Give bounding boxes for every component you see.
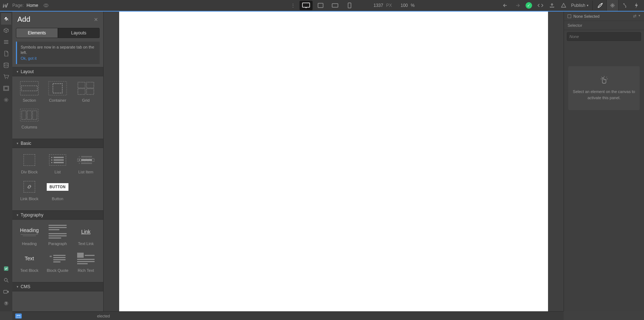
link-mock-text: Link [81, 229, 91, 235]
element-text-block[interactable]: Text Text Block [15, 251, 43, 278]
topbar-more-icon[interactable]: ⋮ [288, 3, 298, 8]
device-switcher: ⋮ [288, 1, 356, 10]
left-sidebar: ? [0, 12, 12, 311]
svg-rect-26 [22, 111, 26, 119]
undo-button[interactable] [500, 1, 511, 10]
canvas[interactable] [119, 12, 548, 311]
basic-grid: Div Block List List Item Link Block BUTT… [12, 148, 103, 210]
breadcrumb-body-tag[interactable] [15, 313, 22, 319]
element-grid[interactable]: Grid [72, 81, 100, 108]
svg-point-36 [79, 156, 80, 157]
element-heading[interactable]: Heading Heading [15, 224, 43, 251]
redo-button[interactable] [512, 1, 523, 10]
info-link[interactable]: Ok, got it [21, 56, 37, 60]
button-chip: BUTTON [47, 183, 68, 191]
element-label: Block Quote [47, 268, 68, 273]
svg-rect-17 [20, 81, 38, 95]
audit-icon[interactable] [558, 1, 569, 10]
eye-icon[interactable] [43, 4, 49, 7]
audit-check-icon[interactable] [1, 263, 11, 274]
element-label: Paragraph [48, 241, 67, 246]
pointer-icon [600, 76, 608, 85]
navigator-icon[interactable] [1, 36, 11, 48]
layout-grid: Section Container Grid Columns [12, 76, 103, 139]
webflow-logo-icon[interactable] [2, 2, 9, 9]
element-rich-text[interactable]: Rich Text [72, 251, 100, 278]
style-panel: None Selected ⇄ ▾ Selector None Select a… [564, 12, 644, 311]
caret-down-icon: ▾ [17, 213, 18, 217]
svg-point-39 [79, 160, 80, 161]
typography-grid: Heading Heading Paragraph Link Text Link… [12, 220, 103, 282]
tab-layouts[interactable]: Layouts [58, 28, 100, 38]
element-label: Button [52, 197, 63, 201]
element-link-block[interactable]: Link Block [15, 179, 43, 206]
svg-rect-14 [4, 290, 7, 293]
page-label: Page: [12, 3, 24, 8]
svg-rect-21 [78, 82, 85, 88]
brush-icon[interactable] [595, 1, 606, 10]
device-phone-button[interactable] [343, 1, 356, 10]
page-name[interactable]: Home [26, 3, 38, 8]
selector-header: Selector [564, 21, 644, 30]
settings-icon[interactable] [1, 94, 11, 106]
element-block-quote[interactable]: “ Block Quote [43, 251, 72, 278]
ecommerce-icon[interactable] [1, 71, 11, 83]
caret-down-icon: ▾ [17, 70, 18, 73]
svg-rect-33 [54, 159, 64, 161]
assets-icon[interactable] [1, 83, 11, 94]
section-header-cms[interactable]: ▾ CMS [12, 282, 103, 291]
help-icon[interactable]: ? [1, 298, 11, 309]
panel-tabs: Elements Layouts [12, 26, 103, 40]
publish-button[interactable]: Publish ▾ [570, 3, 590, 8]
element-label: Text Link [78, 241, 93, 246]
device-tablet-button[interactable] [314, 1, 327, 10]
close-panel-icon[interactable]: ✕ [94, 17, 98, 22]
topbar-right: ✓ Publish ▾ [500, 0, 644, 11]
bolt-icon[interactable] [631, 1, 642, 10]
section-header-basic[interactable]: ▾ Basic [12, 139, 103, 148]
none-selected-label: None Selected [573, 14, 599, 18]
code-icon[interactable] [535, 1, 546, 10]
section-header-layout[interactable]: ▾ Layout [12, 67, 103, 76]
status-check-icon[interactable]: ✓ [523, 1, 534, 10]
element-list[interactable]: List [43, 152, 72, 179]
pages-icon[interactable] [1, 48, 11, 59]
cms-icon[interactable] [1, 59, 11, 71]
video-icon[interactable] [1, 286, 11, 298]
element-div-block[interactable]: Div Block [15, 152, 43, 179]
element-label: Section [23, 98, 36, 102]
chevron-down-icon[interactable]: ▾ [639, 14, 640, 18]
device-phone-landscape-button[interactable] [329, 1, 342, 10]
device-desktop-button[interactable] [300, 1, 313, 10]
element-text-link[interactable]: Link Text Link [72, 224, 100, 251]
svg-point-4 [563, 5, 564, 5]
svg-rect-35 [54, 162, 64, 163]
element-section[interactable]: Section [15, 81, 43, 108]
element-settings-icon[interactable] [606, 0, 619, 11]
export-icon[interactable] [547, 1, 557, 10]
add-elements-icon[interactable] [1, 13, 11, 25]
element-button[interactable]: BUTTON Button [43, 179, 72, 206]
section-label: Typography [21, 212, 43, 218]
tab-elements[interactable]: Elements [16, 28, 58, 38]
element-columns[interactable]: Columns [15, 108, 43, 134]
interactions-icon[interactable] [619, 1, 630, 10]
section-header-typography[interactable]: ▾ Typography [12, 210, 103, 220]
svg-point-6 [4, 63, 8, 64]
svg-rect-1 [318, 3, 323, 8]
topbar-left: Page: Home [0, 2, 49, 9]
canvas-size-display: 1337 PX 100 % [373, 3, 414, 8]
selector-input[interactable]: None [567, 32, 641, 41]
element-paragraph[interactable]: Paragraph [43, 224, 72, 251]
section-label: Basic [21, 141, 31, 146]
search-icon[interactable] [1, 274, 11, 286]
symbols-icon[interactable] [1, 25, 11, 36]
inherit-icon[interactable]: ⇄ [633, 14, 636, 18]
element-label: List [54, 170, 60, 174]
panel-title: Add [17, 15, 30, 24]
element-container[interactable]: Container [43, 81, 72, 108]
element-list-item[interactable]: List Item [72, 152, 100, 179]
svg-point-41 [79, 163, 80, 164]
svg-point-11 [5, 99, 7, 101]
text-mock: Text [25, 256, 34, 261]
